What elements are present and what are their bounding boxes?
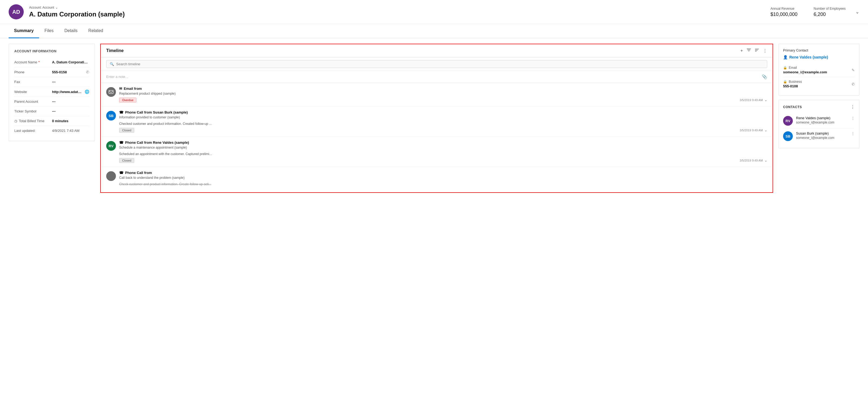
ticker-symbol-value[interactable]: --- [52, 109, 89, 113]
svg-rect-1 [755, 50, 758, 51]
timeline-item-meta: Overdue 3/5/2019 9:49 AM ⌄ [119, 98, 767, 102]
timeline-item-subject: ✉ Email from [119, 87, 767, 91]
total-billed-time-label: ◷ Total Billed Time [14, 119, 49, 123]
contact-item-more-button[interactable]: ⋮ [851, 116, 855, 120]
timeline-item-meta: Closed 3/5/2019 9:49 AM ⌄ [119, 128, 767, 133]
expand-icon[interactable]: ⌄ [765, 158, 767, 162]
timeline-item-desc2: Scheduled an appointment with the custom… [119, 152, 767, 156]
contact-list-item: SB Susan Burk (sample) someone_l@example… [783, 129, 855, 144]
timeline-add-button[interactable]: + [741, 48, 743, 53]
tab-related[interactable]: Related [83, 24, 108, 38]
search-icon: 🔍 [110, 62, 114, 66]
metric-annual-revenue: Annual Revenue $10,000,000 [770, 7, 797, 17]
right-panel: Primary Contact 👤 Rene Valdes (sample) 🔒… [778, 44, 859, 148]
phone-call-icon: ☎ [119, 141, 123, 145]
timeline-search-area: 🔍 [101, 57, 773, 71]
website-label: Website [14, 90, 49, 94]
expand-icon[interactable]: ⌄ [765, 98, 767, 102]
account-name-value[interactable]: A. Datum Corporation (sa... [52, 60, 89, 64]
phone-call-icon: ☎ [119, 171, 123, 175]
last-updated-value: 4/9/2021 7:43 AM [52, 129, 89, 133]
required-indicator: * [38, 60, 40, 64]
tab-files[interactable]: Files [39, 24, 59, 38]
timeline-item: SB ☎ Phone Call from Susan Burk (sample)… [101, 107, 773, 137]
field-last-updated: Last updated: 4/9/2021 7:43 AM [14, 126, 89, 136]
main-content: ACCOUNT INFORMATION Account Name * A. Da… [0, 38, 868, 198]
field-total-billed-time: ◷ Total Billed Time 0 minutes [14, 116, 89, 126]
timeline-sort-button[interactable] [755, 48, 759, 53]
status-badge: Closed [119, 158, 134, 163]
contact-email-block: 🔒 Email someone_i@example.com [783, 66, 849, 74]
account-avatar: AD [9, 4, 24, 20]
contact-business-value[interactable]: 555-0108 [783, 84, 849, 88]
timeline-item-body: ✉ Email from Replacement product shipped… [119, 87, 767, 102]
page-title: A. Datum Corporation (sample) [29, 10, 765, 18]
annual-revenue-label: Annual Revenue [770, 7, 797, 10]
timeline-item-body: ☎ Phone Call from Susan Burk (sample) In… [119, 110, 767, 133]
primary-contact-section: Primary Contact 👤 Rene Valdes (sample) 🔒… [778, 44, 859, 95]
timeline-item-subject: ☎ Phone Call from [119, 171, 767, 175]
parent-account-value[interactable]: --- [52, 99, 89, 103]
total-billed-time-value: 0 minutes [52, 119, 89, 123]
phone-value[interactable]: 555-0158 [52, 70, 83, 74]
timeline-item-avatar: RV [106, 141, 116, 151]
globe-icon[interactable]: 🌐 [85, 90, 89, 94]
contact-avatar: SB [783, 131, 793, 141]
annual-revenue-value: $10,000,000 [770, 11, 797, 17]
contact-link-icon: 👤 [783, 55, 788, 59]
contact-name[interactable]: Susan Burk (sample) [796, 131, 848, 136]
tab-details[interactable]: Details [59, 24, 83, 38]
phone-icon[interactable]: ✆ [851, 82, 855, 86]
timeline-item-subject: ☎ Phone Call from Susan Burk (sample) [119, 110, 767, 114]
timeline-item-avatar: SB [106, 111, 116, 121]
contact-business-label: 🔒 Business [783, 80, 849, 84]
timeline-item-date: 3/5/2019 9:49 AM ⌄ [740, 128, 767, 132]
contacts-more-button[interactable]: ⋮ [850, 104, 855, 110]
contact-email-value[interactable]: someone_i@example.com [783, 70, 849, 74]
fax-value[interactable]: --- [52, 80, 89, 84]
contact-item-more-button[interactable]: ⋮ [851, 131, 855, 136]
field-ticker-symbol: Ticker Symbol --- [14, 107, 89, 116]
contact-business-field: 🔒 Business 555-0108 ✆ [783, 77, 855, 91]
employees-label: Number of Employees [813, 7, 846, 10]
phone-call-icon: ☎ [119, 110, 123, 114]
timeline-filter-button[interactable] [747, 48, 751, 53]
timeline-item: ☎ Phone Call from Call back to understan… [101, 167, 773, 192]
expand-icon[interactable]: ⌄ [765, 128, 767, 132]
contact-email-field: 🔒 Email someone_i@example.com ✎ [783, 63, 855, 77]
timeline-panel: Timeline + ⋮ 🔍 Enter a note... 📎 [100, 44, 773, 193]
lock-icon: 🔒 [783, 66, 787, 69]
lock-icon: 🔒 [783, 80, 787, 84]
contact-name[interactable]: Rene Valdes (sample) [796, 116, 848, 120]
tab-bar: Summary Files Details Related [0, 24, 868, 38]
contact-email-label: 🔒 Email [783, 66, 849, 69]
timeline-item-date: 3/5/2019 9:49 AM ⌄ [740, 98, 767, 102]
header-metrics: Annual Revenue $10,000,000 Number of Emp… [770, 7, 846, 17]
timeline-item-body: ☎ Phone Call from Rene Valdes (sample) S… [119, 141, 767, 163]
parent-account-label: Parent Account [14, 99, 49, 103]
contact-info: Susan Burk (sample) someone_l@example.co… [796, 131, 848, 140]
timeline-more-button[interactable]: ⋮ [763, 48, 767, 53]
website-value[interactable]: http://www.adatum.... [52, 90, 82, 94]
contact-email: someone_l@example.com [796, 136, 848, 140]
field-fax: Fax --- [14, 77, 89, 87]
timeline-items-list: ✉ Email from Replacement product shipped… [101, 83, 773, 192]
collapse-button[interactable]: ⌄ [855, 9, 859, 15]
tab-summary[interactable]: Summary [9, 24, 39, 38]
timeline-actions: + ⋮ [741, 48, 767, 53]
field-phone: Phone 555-0158 ✆ [14, 67, 89, 77]
contact-list-item: RV Rene Valdes (sample) someone_i@exampl… [783, 113, 855, 129]
contact-email: someone_i@example.com [796, 121, 848, 124]
phone-icon[interactable]: ✆ [86, 70, 89, 74]
timeline-search-box[interactable]: 🔍 [106, 60, 767, 68]
primary-contact-link[interactable]: 👤 Rene Valdes (sample) [783, 55, 855, 59]
edit-icon[interactable]: ✎ [851, 68, 855, 72]
metric-employees: Number of Employees 6,200 [813, 7, 846, 17]
phone-label: Phone [14, 70, 49, 74]
note-entry-area[interactable]: Enter a note... 📎 [101, 71, 773, 83]
chevron-down-icon[interactable]: ⌄ [55, 6, 58, 9]
attachment-icon[interactable]: 📎 [762, 74, 767, 79]
timeline-item-desc2: Check customer and product information. … [119, 182, 767, 187]
timeline-search-input[interactable] [116, 62, 764, 66]
account-name-label: Account Name * [14, 60, 49, 64]
